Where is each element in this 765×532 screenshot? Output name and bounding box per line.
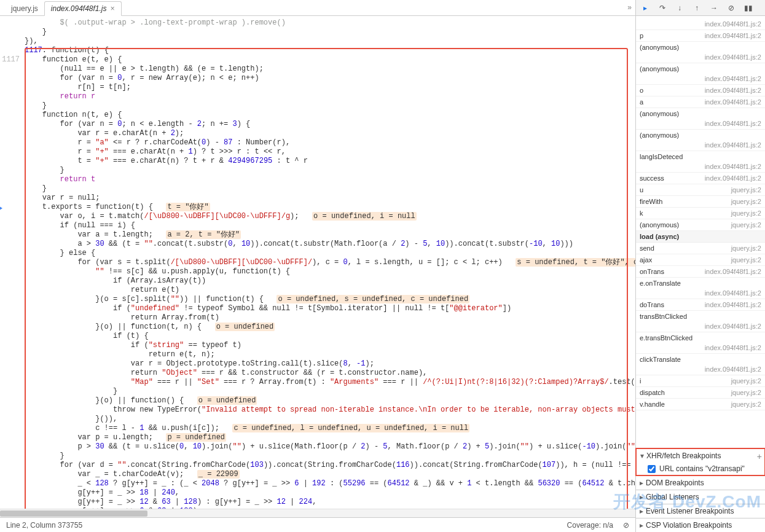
section-title: Global Listeners [646, 493, 699, 501]
frame-location: index.094f48f1.js:2 [705, 75, 761, 82]
frame-location: index.094f48f1.js:2 [705, 323, 761, 330]
call-stack-frame[interactable]: langIsDetecedindex.094f48f1.js:2 [636, 151, 765, 173]
frame-name: p [640, 32, 643, 39]
chevron-down-icon: ▾ [640, 452, 646, 460]
step-into-icon[interactable]: ↓ [675, 4, 684, 12]
close-icon[interactable]: × [111, 4, 115, 13]
pause-on-exceptions-icon[interactable]: ▮▮ [744, 4, 753, 12]
section-title: CSP Violation Breakpoints [646, 521, 732, 530]
frame-location: jquery.js:2 [731, 198, 761, 205]
frame-name: clickTranslate [640, 356, 681, 363]
step-out-icon[interactable]: ↑ [692, 4, 701, 12]
code-content: $( .output-wrap > .long-text-prompt-wrap… [25, 18, 635, 509]
deactivate-breakpoints-icon[interactable]: ⊘ [727, 4, 736, 12]
call-stack-frame[interactable]: (anonymous)index.094f48f1.js:2 [636, 108, 765, 130]
frame-location: jquery.js:2 [731, 401, 761, 408]
scrollbar-thumb[interactable] [0, 510, 147, 517]
call-stack-frame[interactable]: sendjquery.js:2 [636, 243, 765, 254]
tabs-overflow-icon[interactable]: » [627, 3, 632, 12]
frame-location: jquery.js:2 [731, 256, 761, 264]
frame-location: index.094f48f1.js:2 [705, 141, 761, 149]
call-stack-frame[interactable]: (anonymous)index.094f48f1.js:2 [636, 63, 765, 85]
call-stack-frame[interactable]: ujquery.js:2 [636, 184, 765, 196]
resume-icon[interactable]: ▸ [641, 4, 649, 12]
call-stack-frame[interactable]: ajaxjquery.js:2 [636, 254, 765, 266]
tab-label: index.094f48f1.js [51, 4, 107, 13]
xhr-breakpoint-checkbox[interactable] [648, 465, 656, 473]
dom-breakpoints-header[interactable]: ▸DOM Breakpoints [636, 476, 765, 490]
frame-name: fireWith [640, 198, 662, 205]
frame-location: index.094f48f1.js:2 [705, 366, 761, 373]
call-stack-frame[interactable]: doTransindex.094f48f1.js:2 [636, 299, 765, 311]
code-editor[interactable]: 1117 $( .output-wrap > .long-text-prompt… [0, 16, 635, 509]
event-listener-breakpoints-header[interactable]: ▸Event Listener Breakpoints [636, 504, 765, 518]
frame-name: langIsDeteced [640, 153, 683, 160]
tab-index[interactable]: index.094f48f1.js× [44, 1, 122, 16]
call-stack-frame[interactable]: (anonymous)index.094f48f1.js:2 [636, 42, 765, 63]
call-stack-frame[interactable]: index.094f48f1.js:2 [636, 16, 765, 30]
call-stack-frame[interactable]: onTransindex.094f48f1.js:2 [636, 266, 765, 278]
call-stack: index.094f48f1.js:2pindex.094f48f1.js:2(… [636, 16, 765, 448]
call-stack-frame[interactable]: kjquery.js:2 [636, 208, 765, 219]
xhr-breakpoints-header[interactable]: ▾XHR/fetch Breakpoints [637, 449, 764, 463]
call-stack-frame[interactable]: clickTranslateindex.094f48f1.js:2 [636, 354, 765, 375]
frame-name: ajax [640, 256, 652, 264]
call-stack-frame[interactable]: e.transBtnClickedindex.094f48f1.js:2 [636, 332, 765, 354]
section-title: Event Listener Breakpoints [646, 507, 734, 515]
frame-location: index.094f48f1.js:2 [705, 301, 761, 308]
cursor-position: Line 2, Column 373755 [6, 521, 82, 530]
line-gutter: 1117 [0, 18, 25, 509]
frame-location: jquery.js:2 [731, 186, 761, 194]
call-stack-frame[interactable]: (anonymous)index.094f48f1.js:2 [636, 130, 765, 151]
editor-tabs: jquery.js index.094f48f1.js× » [0, 0, 635, 16]
frame-name: (anonymous) [640, 221, 679, 229]
call-stack-frame[interactable]: successindex.094f48f1.js:2 [636, 173, 765, 184]
frame-location: jquery.js:2 [731, 377, 761, 385]
debugger-toolbar: ▸ ↷ ↓ ↑ → ⊘ ▮▮ [636, 0, 765, 16]
step-over-icon[interactable]: ↷ [658, 4, 667, 12]
frame-location: index.094f48f1.js:2 [705, 98, 761, 106]
csp-breakpoints-header[interactable]: ▸CSP Violation Breakpoints [636, 518, 765, 532]
chevron-right-icon: ▸ [640, 507, 646, 515]
dom-breakpoints-section: ▸DOM Breakpoints [636, 475, 765, 490]
frame-location: index.094f48f1.js:2 [705, 32, 761, 39]
coverage-icon[interactable]: ⊘ [623, 521, 629, 530]
frame-name: dispatch [640, 389, 665, 396]
call-stack-frame[interactable]: dispatchjquery.js:2 [636, 387, 765, 399]
frame-name: u [640, 186, 643, 194]
call-stack-frame[interactable]: (anonymous)jquery.js:2 [636, 219, 765, 231]
call-stack-frame[interactable]: fireWithjquery.js:2 [636, 196, 765, 208]
horizontal-scrollbar[interactable] [0, 509, 635, 517]
add-xhr-breakpoint-icon[interactable]: + [757, 452, 762, 461]
frame-location: index.094f48f1.js:2 [705, 174, 761, 182]
frame-name: k [640, 209, 643, 217]
frame-location: index.094f48f1.js:2 [705, 268, 761, 275]
global-listeners-header[interactable]: ▸Global Listeners [636, 490, 765, 504]
chevron-right-icon: ▸ [640, 521, 646, 530]
call-stack-frame[interactable]: e.onTranslateindex.094f48f1.js:2 [636, 278, 765, 299]
frame-name: (anonymous) [640, 65, 679, 72]
call-stack-frame[interactable]: ijquery.js:2 [636, 375, 765, 387]
call-stack-frame[interactable]: aindex.094f48f1.js:2 [636, 96, 765, 108]
breakpoint-arrow-icon [0, 205, 2, 212]
frame-name: success [640, 174, 664, 182]
call-stack-frame[interactable]: transBtnClickedindex.094f48f1.js:2 [636, 311, 765, 332]
tab-jquery[interactable]: jquery.js [5, 2, 44, 15]
frame-name: a [640, 98, 643, 106]
event-listener-breakpoints-section: ▸Event Listener Breakpoints [636, 504, 765, 518]
frame-name: o [640, 87, 643, 94]
call-stack-frame[interactable]: v.handlejquery.js:2 [636, 399, 765, 410]
csp-breakpoints-section: ▸CSP Violation Breakpoints [636, 518, 765, 532]
frame-location: index.094f48f1.js:2 [705, 289, 761, 297]
frame-location: jquery.js:2 [731, 221, 761, 229]
section-title: XHR/fetch Breakpoints [646, 452, 721, 460]
step-icon[interactable]: → [710, 4, 718, 12]
chevron-right-icon: ▸ [640, 493, 646, 501]
call-stack-frame[interactable]: pindex.094f48f1.js:2 [636, 30, 765, 42]
frame-name: onTrans [640, 268, 664, 275]
call-stack-frame[interactable]: oindex.094f48f1.js:2 [636, 85, 765, 96]
xhr-breakpoint-item[interactable]: URL contains "v2transapi" [648, 464, 761, 473]
frame-name: e.transBtnClicked [640, 334, 692, 342]
async-divider: load (async) [636, 231, 765, 243]
status-bar: Line 2, Column 373755 Coverage: n/a ⊘ [0, 517, 635, 532]
